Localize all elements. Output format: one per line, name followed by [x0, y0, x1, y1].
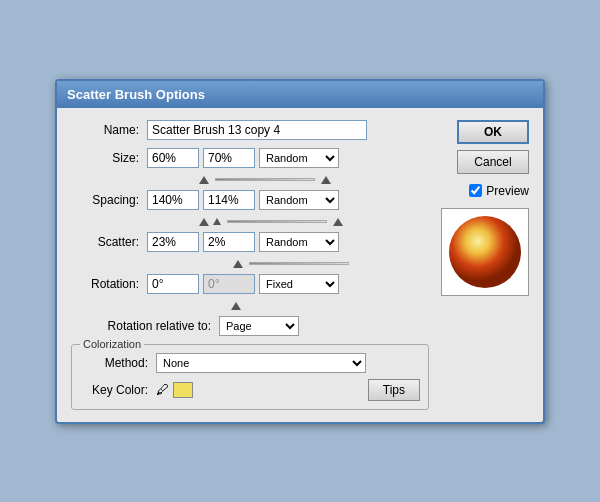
size-input-2[interactable] [203, 148, 255, 168]
scatter-slider-row [143, 260, 429, 268]
rotation-method-dropdown[interactable]: Fixed Random [259, 274, 339, 294]
svg-point-0 [449, 216, 521, 288]
key-color-row: Key Color: 🖊 Tips [80, 379, 420, 401]
brush-preview [441, 208, 529, 296]
scatter-input-2[interactable] [203, 232, 255, 252]
size-method-dropdown[interactable]: Random Fixed Pressure [259, 148, 339, 168]
brush-preview-svg [445, 212, 525, 292]
size-slider-row [143, 176, 429, 184]
rotation-slider-marker[interactable] [231, 302, 241, 310]
ok-button[interactable]: OK [457, 120, 529, 144]
eyedropper-icon[interactable]: 🖊 [156, 382, 169, 397]
colorization-title: Colorization [80, 338, 144, 350]
preview-label: Preview [486, 184, 529, 198]
rotation-input-2[interactable] [203, 274, 255, 294]
name-input[interactable] [147, 120, 367, 140]
spacing-method-dropdown[interactable]: Random Fixed [259, 190, 339, 210]
spacing-input-2[interactable] [203, 190, 255, 210]
rotation-relative-row: Rotation relative to: Page Path [71, 316, 429, 336]
rotation-label: Rotation: [71, 277, 139, 291]
scatter-method-dropdown[interactable]: Random Fixed [259, 232, 339, 252]
size-input-1[interactable] [147, 148, 199, 168]
scatter-slider-marker[interactable] [233, 260, 243, 268]
colorization-group: Colorization Method: None Tints Tints an… [71, 344, 429, 410]
dialog-title: Scatter Brush Options [57, 81, 543, 108]
rotation-row: Rotation: Fixed Random [71, 274, 429, 294]
spacing-slider-right-marker[interactable] [333, 218, 343, 226]
key-color-label: Key Color: [80, 383, 148, 397]
scatter-input-1[interactable] [147, 232, 199, 252]
rotation-relative-dropdown[interactable]: Page Path [219, 316, 299, 336]
name-row: Name: [71, 120, 429, 140]
scatter-slider-track[interactable] [249, 262, 349, 265]
size-slider-right-marker[interactable] [321, 176, 331, 184]
spacing-slider-row [143, 218, 429, 226]
size-row: Size: Random Fixed Pressure [71, 148, 429, 168]
left-panel: Name: Size: Random Fixed Pressure [71, 120, 429, 410]
method-label: Method: [80, 356, 148, 370]
cancel-button[interactable]: Cancel [457, 150, 529, 174]
rotation-input-1[interactable] [147, 274, 199, 294]
spacing-row: Spacing: Random Fixed [71, 190, 429, 210]
colorization-method-dropdown[interactable]: None Tints Tints and Shades Hue Shift [156, 353, 366, 373]
preview-row: Preview [469, 184, 529, 198]
rotation-slider-row [143, 302, 429, 310]
name-label: Name: [71, 123, 139, 137]
size-label: Size: [71, 151, 139, 165]
preview-checkbox[interactable] [469, 184, 482, 197]
spacing-slider-mid-marker[interactable] [213, 218, 221, 225]
spacing-label: Spacing: [71, 193, 139, 207]
scatter-label: Scatter: [71, 235, 139, 249]
size-slider-left-marker[interactable] [199, 176, 209, 184]
rotation-relative-label: Rotation relative to: [71, 319, 211, 333]
scatter-row: Scatter: Random Fixed [71, 232, 429, 252]
spacing-input-1[interactable] [147, 190, 199, 210]
scatter-brush-options-dialog: Scatter Brush Options Name: Size: Random… [55, 79, 545, 424]
right-panel: OK Cancel Preview [439, 120, 529, 410]
tips-button[interactable]: Tips [368, 379, 420, 401]
size-slider-track[interactable] [215, 178, 315, 181]
spacing-slider-left-marker[interactable] [199, 218, 209, 226]
key-color-swatch[interactable] [173, 382, 193, 398]
method-row: Method: None Tints Tints and Shades Hue … [80, 353, 420, 373]
spacing-slider-track[interactable] [227, 220, 327, 223]
